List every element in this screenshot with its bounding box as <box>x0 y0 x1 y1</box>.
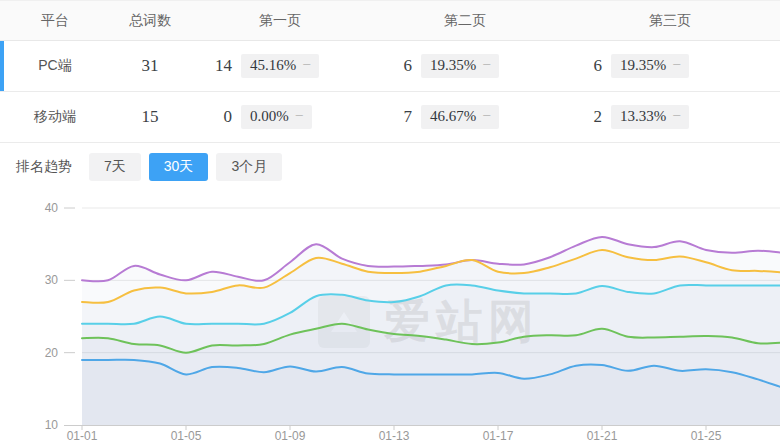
percent-value: 45.16% <box>250 57 296 73</box>
percent-value: 19.35% <box>430 57 476 73</box>
page3-cell: 2 13.33%– <box>560 105 780 129</box>
x-axis-label: 01-21 <box>587 429 618 443</box>
trend-tab-bar: 排名趋势 7天 30天 3个月 <box>0 143 780 191</box>
tab-3-months[interactable]: 3个月 <box>216 153 282 181</box>
x-axis-label: 01-09 <box>275 429 306 443</box>
percent-value: 19.35% <box>620 57 666 73</box>
trend-flat-icon: – <box>296 107 303 122</box>
platform-label: PC端 <box>0 57 110 75</box>
page2-cell: 6 19.35%– <box>370 54 560 78</box>
header-page-three: 第三页 <box>560 12 780 30</box>
trend-line-chart-canvas[interactable]: 1020304001-0101-0501-0901-1301-1701-2101… <box>0 191 780 447</box>
page1-cell: 14 45.16%– <box>190 54 370 78</box>
y-axis-label: 40 <box>45 201 59 215</box>
page1-count: 0 <box>190 107 232 127</box>
trend-flat-icon: – <box>673 107 680 122</box>
table-row-mobile[interactable]: 移动端 15 0 0.00%– 7 46.67%– 2 13.33%– <box>0 92 780 143</box>
page1-percent-badge: 0.00%– <box>241 105 312 129</box>
total-words-value: 31 <box>110 56 190 76</box>
percent-value: 0.00% <box>250 108 289 124</box>
trend-flat-icon: – <box>673 56 680 71</box>
page2-count: 7 <box>370 107 412 127</box>
page3-count: 2 <box>560 107 602 127</box>
platform-label: 移动端 <box>0 108 110 126</box>
total-words-value: 15 <box>110 107 190 127</box>
x-axis-label: 01-01 <box>67 429 98 443</box>
page3-percent-badge: 19.35%– <box>611 54 689 78</box>
trend-flat-icon: – <box>483 107 490 122</box>
page2-count: 6 <box>370 56 412 76</box>
page1-count: 14 <box>190 56 232 76</box>
percent-value: 13.33% <box>620 108 666 124</box>
y-axis-label: 20 <box>45 346 59 360</box>
page2-cell: 7 46.67%– <box>370 105 560 129</box>
y-axis-label: 10 <box>45 418 59 432</box>
percent-value: 46.67% <box>430 108 476 124</box>
trend-section-title: 排名趋势 <box>16 158 72 176</box>
table-row-pc[interactable]: PC端 31 14 45.16%– 6 19.35%– 6 19.35%– <box>0 41 780 92</box>
page3-percent-badge: 13.33%– <box>611 105 689 129</box>
x-axis-label: 01-05 <box>171 429 202 443</box>
table-header-row: 平台 总词数 第一页 第二页 第三页 <box>0 1 780 41</box>
tab-30-days[interactable]: 30天 <box>149 153 209 181</box>
x-axis-label: 01-17 <box>483 429 514 443</box>
header-page-two: 第二页 <box>370 12 560 30</box>
y-axis-label: 30 <box>45 273 59 287</box>
trend-flat-icon: – <box>483 56 490 71</box>
header-page-one: 第一页 <box>190 12 370 30</box>
page2-percent-badge: 19.35%– <box>421 54 499 78</box>
rank-trend-chart: 爱站网 1020304001-0101-0501-0901-1301-1701-… <box>0 191 780 447</box>
page1-percent-badge: 45.16%– <box>241 54 319 78</box>
page3-count: 6 <box>560 56 602 76</box>
page2-percent-badge: 46.67%– <box>421 105 499 129</box>
header-platform: 平台 <box>0 12 110 30</box>
page3-cell: 6 19.35%– <box>560 54 780 78</box>
trend-flat-icon: – <box>303 56 310 71</box>
page1-cell: 0 0.00%– <box>190 105 370 129</box>
x-axis-label: 01-25 <box>691 429 722 443</box>
tab-7-days[interactable]: 7天 <box>89 153 141 181</box>
keyword-rank-table: 平台 总词数 第一页 第二页 第三页 PC端 31 14 45.16%– 6 1… <box>0 0 780 143</box>
header-total-words: 总词数 <box>110 12 190 30</box>
x-axis-label: 01-13 <box>379 429 410 443</box>
